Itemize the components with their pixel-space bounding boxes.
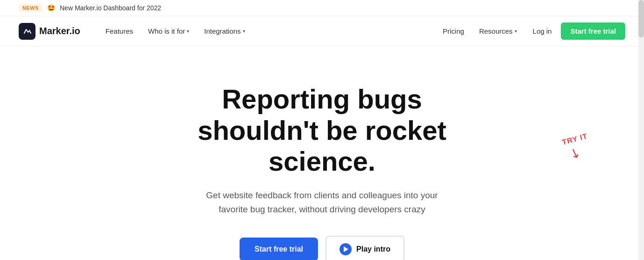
hero-section: Reporting bugs shouldn't be rocket scien… xyxy=(0,46,644,260)
scrollbar-thumb[interactable] xyxy=(638,0,644,37)
start-trial-nav-button[interactable]: Start free trial xyxy=(561,22,625,40)
news-emoji: 🤩 xyxy=(47,4,55,12)
hero-buttons: Start free trial Play intro xyxy=(240,236,404,260)
login-button[interactable]: Log in xyxy=(525,23,559,39)
play-triangle-icon xyxy=(344,246,348,252)
nav-left: Features Who is it for ▾ Integrations ▾ xyxy=(99,23,436,39)
news-badge: NEWS xyxy=(19,4,42,12)
play-circle-icon xyxy=(340,243,352,255)
news-text: New Marker.io Dashboard for 2022 xyxy=(60,4,161,12)
nav-resources[interactable]: Resources ▾ xyxy=(473,23,524,39)
logo-link[interactable]: Marker.io xyxy=(19,23,80,40)
chevron-down-icon: ▾ xyxy=(243,29,245,34)
hero-title: Reporting bugs shouldn't be rocket scien… xyxy=(159,84,486,177)
nav-integrations[interactable]: Integrations ▾ xyxy=(198,23,251,39)
play-intro-button[interactable]: Play intro xyxy=(326,236,404,260)
start-free-trial-button[interactable]: Start free trial xyxy=(240,238,318,260)
news-bar: NEWS 🤩 New Marker.io Dashboard for 2022 xyxy=(0,0,644,16)
nav-right: Pricing Resources ▾ Log in Start free tr… xyxy=(436,22,625,40)
scrollbar[interactable] xyxy=(638,0,644,260)
chevron-down-icon: ▾ xyxy=(515,29,517,34)
navbar: Marker.io Features Who is it for ▾ Integ… xyxy=(0,16,644,46)
chevron-down-icon: ▾ xyxy=(187,29,189,34)
arrow-icon: ↘ xyxy=(567,144,583,162)
nav-features[interactable]: Features xyxy=(99,23,140,39)
try-it-annotation: TRY IT ↘ xyxy=(562,135,588,161)
hero-subtitle: Get website feedback from clients and co… xyxy=(191,188,453,217)
logo-icon xyxy=(19,23,35,40)
nav-pricing[interactable]: Pricing xyxy=(436,23,471,39)
logo-text: Marker.io xyxy=(39,26,80,36)
nav-who-is-it-for[interactable]: Who is it for ▾ xyxy=(142,23,196,39)
